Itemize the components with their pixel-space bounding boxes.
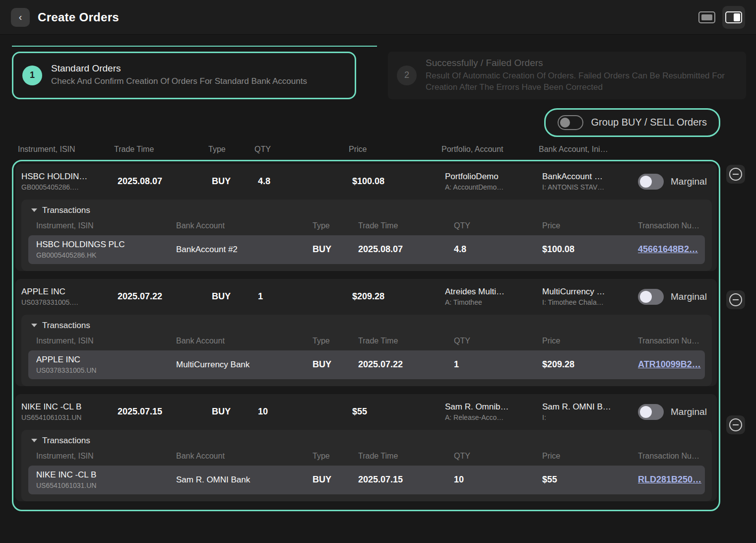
- split-view-icon: [725, 11, 742, 23]
- order-account: A: Timothee: [445, 298, 542, 306]
- tx-qty: 10: [454, 475, 542, 485]
- order-card: HSBC HOLDIN… GB0005405286.… 2025.08.07 B…: [15, 164, 717, 271]
- step2-title: Successfully / Failed Orders: [426, 58, 733, 68]
- transactions-column-headers: Instrument, ISIN Bank Account Type Trade…: [28, 446, 705, 466]
- topbar-actions: [698, 6, 745, 29]
- marginal-toggle-knob: [640, 291, 652, 303]
- step1-title: Standard Orders: [51, 63, 307, 74]
- order-row[interactable]: HSBC HOLDIN… GB0005405286.… 2025.08.07 B…: [15, 164, 717, 200]
- tx-col-bank: Bank Account: [176, 337, 313, 345]
- fullscreen-layout-icon[interactable]: [698, 11, 715, 23]
- transactions-column-headers: Instrument, ISIN Bank Account Type Trade…: [28, 215, 705, 235]
- order-account: A: Release-Acco…: [445, 413, 542, 421]
- transactions-collapse-toggle[interactable]: Transactions: [28, 205, 705, 215]
- transactions-collapse-toggle[interactable]: Transactions: [28, 321, 705, 331]
- transaction-row[interactable]: APPLE INC US0378331005.UN MultiCurrency …: [28, 350, 705, 379]
- col-trade-time: Trade Time: [114, 145, 208, 154]
- order-instrument: APPLE INC: [21, 287, 118, 297]
- order-price: $55: [352, 407, 445, 417]
- group-buy-sell-toggle[interactable]: Group BUY / SELL Orders: [544, 108, 720, 137]
- order-row[interactable]: NIKE INC -CL B US6541061031.UN 2025.07.1…: [15, 394, 717, 430]
- transactions-collapse-toggle[interactable]: Transactions: [28, 436, 705, 446]
- transaction-number-link[interactable]: 45661648B2…: [638, 244, 698, 254]
- tx-trade-time: 2025.08.07: [358, 244, 454, 255]
- order-bank-account: MultiCurrency …: [542, 287, 638, 297]
- group-toggle-knob: [560, 118, 570, 128]
- step2-number-badge: 2: [397, 66, 417, 85]
- order-bank-account: Sam R. OMNI B…: [542, 402, 638, 412]
- collapse-triangle-icon: [31, 439, 37, 442]
- back-button[interactable]: ‹: [11, 8, 30, 27]
- marginal-toggle[interactable]: [638, 174, 664, 190]
- order-account: A: AccountDemo…: [445, 183, 542, 191]
- active-tab-indicator: [12, 46, 377, 47]
- collapse-triangle-icon: [31, 208, 37, 212]
- step2-description: Result Of Automatic Creation Of Orders. …: [426, 70, 733, 93]
- minus-circle-icon: [729, 293, 742, 306]
- tx-trade-time: 2025.07.15: [358, 475, 454, 485]
- tx-col-number: Transaction Nu…: [638, 452, 705, 461]
- order-initiator: I: Timothee Chala…: [542, 298, 638, 306]
- remove-order-button-2[interactable]: [726, 290, 745, 309]
- split-view-icon-fill: [734, 13, 740, 21]
- order-isin: US6541061031.UN: [21, 413, 118, 421]
- tx-type: BUY: [313, 359, 358, 370]
- marginal-toggle[interactable]: [638, 289, 664, 305]
- top-bar: ‹ Create Orders: [0, 0, 756, 35]
- col-instrument: Instrument, ISIN: [18, 145, 114, 154]
- transaction-number-link[interactable]: RLD281B250…: [638, 475, 701, 484]
- tx-col-price: Price: [542, 452, 638, 461]
- tx-col-instrument: Instrument, ISIN: [36, 221, 176, 230]
- order-instrument: NIKE INC -CL B: [21, 402, 118, 412]
- tx-col-type: Type: [313, 337, 358, 345]
- orders-list: HSBC HOLDIN… GB0005405286.… 2025.08.07 B…: [0, 160, 756, 511]
- col-price: Price: [349, 145, 441, 154]
- order-initiator: I:: [542, 413, 638, 421]
- minus-circle-icon: [729, 418, 742, 431]
- minus-circle-icon: [729, 168, 742, 181]
- tx-instrument: HSBC HOLDINGS PLC: [36, 240, 176, 250]
- col-bank-account: Bank Account, Ini…: [539, 145, 634, 154]
- collapse-triangle-icon: [31, 324, 37, 327]
- order-portfolio: Atreides Multi…: [445, 287, 542, 297]
- remove-order-button-1[interactable]: [726, 165, 745, 184]
- transaction-row[interactable]: NIKE INC -CL B US6541061031.UN Sam R. OM…: [28, 466, 705, 494]
- step-success-failed-orders[interactable]: 2 Successfully / Failed Orders Result Of…: [388, 52, 746, 99]
- order-type: BUY: [212, 291, 258, 302]
- order-row[interactable]: APPLE INC US0378331005.… 2025.07.22 BUY …: [15, 279, 717, 315]
- tx-bank-account: MultiCurrency Bank: [176, 360, 313, 370]
- remove-order-button-3[interactable]: [726, 415, 745, 434]
- tx-col-bank: Bank Account: [176, 221, 313, 230]
- tx-isin: GB0005405286.HK: [36, 251, 176, 259]
- tx-col-price: Price: [542, 337, 638, 345]
- stepper: 1 Standard Orders Check And Confirm Crea…: [0, 35, 756, 99]
- step-standard-orders[interactable]: 1 Standard Orders Check And Confirm Crea…: [12, 52, 356, 99]
- col-type: Type: [208, 145, 254, 154]
- tx-isin: US6541061031.UN: [36, 481, 176, 489]
- tx-isin: US0378331005.UN: [36, 366, 176, 374]
- order-bank-account: BankAccount …: [542, 172, 638, 182]
- marginal-toggle[interactable]: [638, 404, 664, 420]
- tx-col-bank: Bank Account: [176, 452, 313, 461]
- step1-description: Check And Confirm Creation Of Orders For…: [51, 76, 307, 87]
- order-price: $209.28: [352, 291, 445, 302]
- tx-col-instrument: Instrument, ISIN: [36, 337, 176, 345]
- tx-col-qty: QTY: [454, 337, 542, 345]
- transaction-row[interactable]: HSBC HOLDINGS PLC GB0005405286.HK BankAc…: [28, 235, 705, 264]
- transactions-panel: Transactions Instrument, ISIN Bank Accou…: [21, 200, 712, 271]
- transaction-number-link[interactable]: ATR10099B2…: [638, 359, 701, 369]
- order-initiator: I: ANTONIS STAV…: [542, 183, 638, 191]
- order-trade-time: 2025.08.07: [118, 176, 212, 187]
- tx-col-trade-time: Trade Time: [358, 221, 454, 230]
- order-portfolio: Sam R. Omnib…: [445, 402, 542, 412]
- split-view-button[interactable]: [722, 6, 745, 29]
- order-qty: 1: [258, 291, 352, 302]
- group-toggle-switch[interactable]: [558, 115, 583, 130]
- tx-bank-account: BankAccount #2: [176, 245, 313, 255]
- tx-col-price: Price: [542, 221, 638, 230]
- marginal-toggle-knob: [640, 406, 652, 418]
- marginal-label: Marginal: [671, 176, 707, 187]
- col-portfolio: Portfolio, Account: [441, 145, 539, 154]
- tx-price: $100.08: [542, 244, 638, 255]
- order-isin: GB0005405286.…: [21, 183, 118, 191]
